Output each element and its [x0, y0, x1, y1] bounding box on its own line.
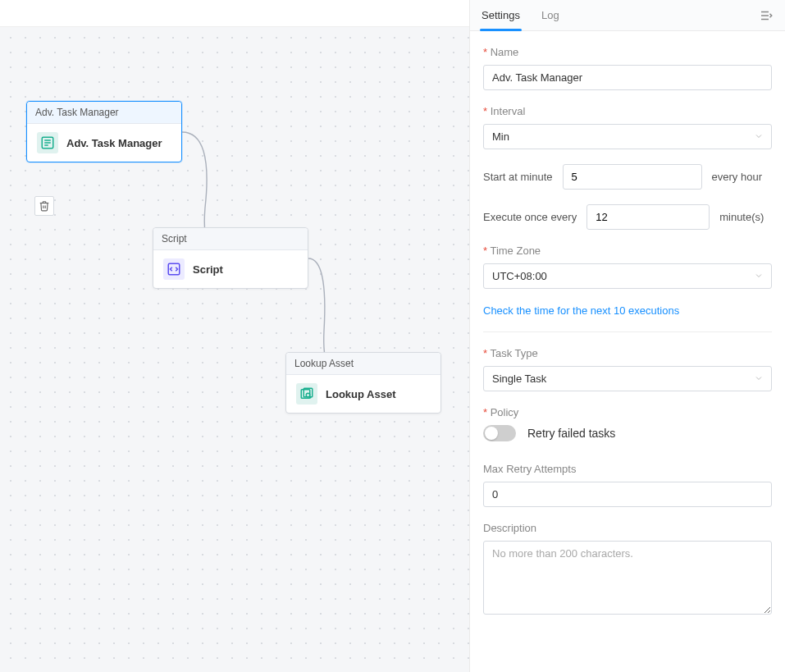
node-script[interactable]: Script Script — [153, 227, 308, 289]
interval-label: Interval — [483, 105, 772, 117]
node-header: Script — [153, 228, 308, 250]
collapse-panel-icon[interactable] — [759, 8, 774, 23]
description-label: Description — [483, 522, 772, 534]
policy-label: Policy — [483, 406, 772, 418]
panel-body: Name Interval Min Start at minute every … — [470, 31, 785, 648]
task-type-label: Task Type — [483, 347, 772, 359]
node-header: Adv. Task Manager — [27, 102, 181, 124]
interval-select[interactable]: Min — [483, 124, 772, 149]
name-label: Name — [483, 46, 772, 58]
properties-panel: Settings Log Name Interval Min — [469, 0, 785, 672]
node-lookup-asset[interactable]: Lookup Asset Lookup Asset — [285, 352, 441, 414]
execute-every-suffix: minute(s) — [719, 211, 764, 223]
retry-toggle-label: Retry failed tasks — [527, 427, 615, 440]
delete-node-button[interactable] — [34, 196, 54, 216]
timezone-label: Time Zone — [483, 245, 772, 257]
description-textarea[interactable] — [483, 541, 772, 615]
timezone-select[interactable]: UTC+08:00 — [483, 263, 772, 289]
max-retry-label: Max Retry Attempts — [483, 463, 772, 475]
execute-every-label: Execute once every — [483, 211, 577, 223]
name-input[interactable] — [483, 65, 772, 90]
node-title: Script — [193, 263, 223, 276]
task-manager-icon — [37, 132, 58, 153]
start-at-minute-suffix: every hour — [712, 171, 762, 183]
start-at-minute-input[interactable] — [563, 164, 702, 190]
node-title: Adv. Task Manager — [66, 137, 162, 149]
tab-log[interactable]: Log — [541, 0, 559, 30]
script-icon — [163, 258, 185, 280]
execute-every-input[interactable] — [586, 204, 710, 230]
node-title: Lookup Asset — [326, 388, 395, 400]
retry-toggle[interactable] — [483, 425, 516, 441]
divider — [483, 331, 772, 332]
flow-canvas[interactable]: Adv. Task Manager Adv. Task Manager — [0, 27, 469, 672]
lookup-asset-icon — [296, 383, 317, 405]
node-adv-task-manager[interactable]: Adv. Task Manager Adv. Task Manager — [26, 101, 182, 162]
node-header: Lookup Asset — [286, 353, 440, 375]
task-type-select[interactable]: Single Task — [483, 366, 772, 391]
panel-tabs: Settings Log — [470, 0, 785, 31]
tab-settings[interactable]: Settings — [481, 0, 520, 30]
start-at-minute-label: Start at minute — [483, 171, 553, 183]
max-retry-input[interactable] — [483, 482, 772, 507]
check-executions-link[interactable]: Check the time for the next 10 execution… — [483, 304, 679, 317]
